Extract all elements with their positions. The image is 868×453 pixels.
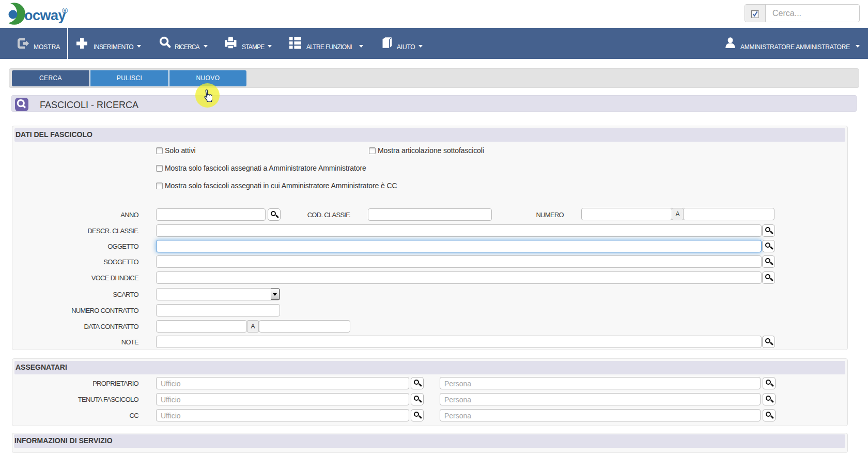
svg-text:®: ®: [62, 6, 68, 15]
svg-text:ocway: ocway: [24, 8, 66, 23]
